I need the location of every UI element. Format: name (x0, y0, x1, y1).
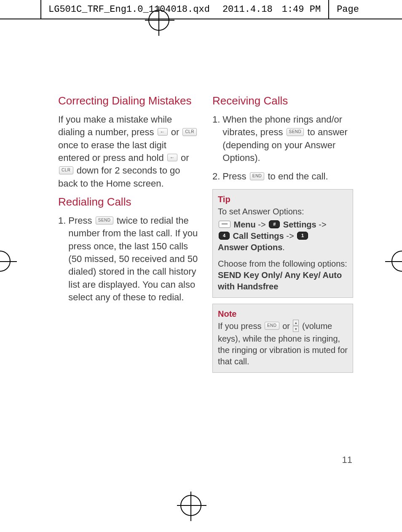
registration-mark-bottom (180, 495, 201, 516)
step-text: When the phone rings and/or vibrates, pr… (222, 113, 353, 164)
column-left: Correcting Dialing Mistakes If you make … (58, 95, 199, 373)
note-label: Note (218, 308, 348, 320)
step-text: Press SEND twice to redial the number fr… (68, 214, 199, 304)
back-key-icon (158, 128, 168, 136)
send-key-icon: SEND (96, 217, 113, 225)
nav-call-settings: Call Settings (233, 231, 284, 241)
registration-mark-left (0, 251, 17, 273)
note-box: Note If you press END or ▴ ▾ (volume key… (212, 304, 353, 373)
receive-steps: 1. When the phone rings and/or vibrates,… (212, 113, 353, 183)
end-key-icon: END (250, 172, 265, 180)
arrow: -> (316, 220, 327, 229)
text: or (282, 321, 292, 331)
volume-keys-icon: ▴ ▾ (293, 320, 299, 332)
step-number: 1. (212, 113, 220, 164)
tip-intro: To set Answer Options: (218, 207, 304, 216)
volume-up-icon: ▴ (293, 320, 299, 326)
list-item: 1. Press SEND twice to redial the number… (58, 214, 199, 304)
arrow: -> (284, 231, 296, 241)
para-correcting: If you make a mistake while dialing a nu… (58, 113, 199, 190)
text: or (171, 127, 182, 137)
text: Press (222, 171, 249, 182)
crop-time: 1:49 PM (282, 4, 321, 15)
clr-key-icon: CLR (59, 166, 73, 174)
list-item: 1. When the phone rings and/or vibrates,… (212, 113, 353, 164)
tip-label: Tip (218, 194, 348, 205)
page-content: Correcting Dialing Mistakes If you make … (58, 95, 353, 373)
end-key-icon: END (265, 322, 279, 330)
heading-receiving: Receiving Calls (212, 95, 353, 107)
send-key-icon: SEND (287, 128, 304, 136)
nav-menu: Menu (234, 220, 256, 229)
text: or (181, 152, 189, 163)
registration-mark-right (385, 251, 402, 273)
step-text: Press END to end the call. (222, 170, 353, 183)
text: twice to redial the number from the last… (68, 215, 198, 302)
step-number: 2. (212, 170, 220, 183)
arrow: -> (256, 220, 268, 229)
crop-page-label: Page (337, 4, 359, 15)
nav-settings: Settings (283, 220, 316, 229)
text: If you press (218, 321, 264, 331)
crop-header: LG501C_TRF_Eng1.0_1104018.qxd 2011.4.18 … (0, 0, 402, 19)
hash-key-icon: # (269, 220, 280, 228)
crop-date: 2011.4.18 (222, 4, 273, 15)
text: Press (68, 215, 94, 226)
tip-choose: Choose from the following options: (218, 259, 347, 268)
text: . (282, 243, 285, 252)
heading-redialing: Redialing Calls (58, 196, 199, 209)
text: to end the call. (268, 171, 328, 182)
list-item: 2. Press END to end the call. (212, 170, 353, 183)
text: If you make a mistake while dialing a nu… (58, 114, 172, 137)
tip-options: SEND Key Only/ Any Key/ Auto with Handsf… (218, 270, 342, 291)
volume-down-icon: ▾ (293, 326, 299, 332)
clr-key-icon: CLR (182, 128, 197, 136)
four-key-icon: 4 (219, 232, 230, 240)
text: once to erase the last digit entered or … (58, 140, 166, 163)
page-number: 11 (342, 454, 352, 465)
heading-correcting-mistakes: Correcting Dialing Mistakes (58, 95, 199, 107)
step-number: 1. (58, 214, 66, 304)
soft-key-icon: — (219, 221, 230, 228)
nav-answer-options: Answer Options (218, 243, 282, 252)
back-key-icon (167, 154, 177, 161)
registration-mark-top (148, 10, 169, 31)
column-right: Receiving Calls 1. When the phone rings … (212, 95, 353, 373)
tip-box: Tip To set Answer Options: — Menu -> # S… (212, 189, 353, 298)
tip-navigation: — Menu -> # Settings -> 4 Call Settings … (218, 219, 348, 253)
redial-steps: 1. Press SEND twice to redial the number… (58, 214, 199, 304)
one-key-icon: 1 (297, 232, 308, 240)
crop-filename: LG501C_TRF_Eng1.0_1104018.qxd (48, 4, 210, 15)
text: down for 2 seconds to go back to the Hom… (58, 165, 180, 188)
